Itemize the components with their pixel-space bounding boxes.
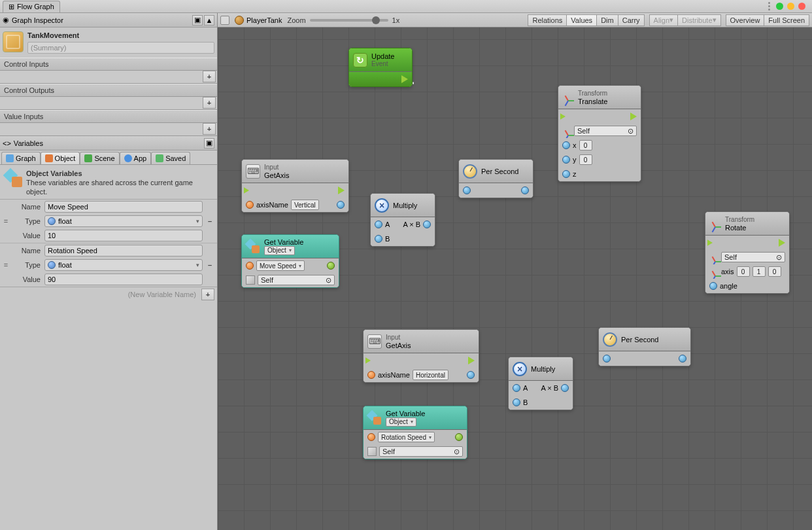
add-control-output-button[interactable]: + bbox=[203, 97, 216, 109]
values-toggle[interactable]: Values bbox=[566, 14, 597, 26]
axis-x-field[interactable]: 0 bbox=[737, 266, 750, 277]
node-rotate[interactable]: TransformRotate Self⊙ axis 0 bbox=[705, 211, 790, 294]
distribute-dropdown[interactable]: Distribute ▾ bbox=[677, 14, 720, 26]
value-in-port[interactable] bbox=[363, 372, 364, 376]
flow-out-port[interactable] bbox=[468, 357, 475, 364]
node-translate[interactable]: TransformTranslate Self⊙ x 0 bbox=[558, 85, 641, 182]
graph-canvas[interactable]: PlayerTank Zoom 1x Relations Values Dim … bbox=[218, 13, 812, 530]
result-port[interactable] bbox=[561, 384, 569, 392]
target-object[interactable]: PlayerTank bbox=[235, 16, 282, 25]
value-in-port[interactable] bbox=[241, 263, 242, 267]
var-type-dropdown[interactable]: float bbox=[44, 259, 203, 271]
target-field[interactable]: Self⊙ bbox=[574, 126, 637, 136]
value-out-port[interactable] bbox=[467, 371, 475, 379]
value-in-port[interactable] bbox=[363, 434, 364, 438]
var-value-input[interactable]: 10 bbox=[44, 230, 203, 241]
summary-input[interactable]: (Summary) bbox=[27, 42, 214, 54]
scope-dropdown[interactable]: Object bbox=[264, 246, 295, 255]
value-out-port[interactable] bbox=[337, 201, 345, 209]
y-field[interactable]: 0 bbox=[579, 154, 592, 165]
node-getvariable-movespeed[interactable]: Get Variable Object Move Speed Self⊙ bbox=[241, 234, 339, 288]
dim-toggle[interactable]: Dim bbox=[596, 14, 618, 26]
flow-out-port[interactable] bbox=[779, 239, 785, 247]
node-multiply-1[interactable]: × Multiply A A × B B bbox=[370, 193, 435, 247]
b-port[interactable] bbox=[513, 398, 520, 406]
node-persecond-1[interactable]: Per Second bbox=[458, 159, 533, 198]
axis-y-field[interactable]: 1 bbox=[753, 266, 766, 277]
section-control-outputs[interactable]: Control Outputs bbox=[0, 84, 217, 97]
value-out-port[interactable] bbox=[455, 433, 463, 441]
value-out-port[interactable] bbox=[327, 262, 335, 270]
axis-in-port[interactable] bbox=[705, 269, 705, 273]
node-getaxis-vertical[interactable]: InputGetAxis axisName Vertical bbox=[241, 159, 349, 213]
value-in-port[interactable] bbox=[603, 355, 611, 362]
target-field[interactable]: Self⊙ bbox=[258, 275, 335, 285]
add-variable-button[interactable]: + bbox=[201, 289, 214, 300]
kebab-menu-icon[interactable] bbox=[766, 2, 772, 10]
tab-app-vars[interactable]: App bbox=[120, 152, 152, 164]
angle-in-port[interactable] bbox=[705, 283, 705, 287]
variable-name-dropdown[interactable]: Move Speed bbox=[256, 260, 305, 271]
tab-object-vars[interactable]: Object bbox=[41, 152, 80, 164]
target-in-port[interactable] bbox=[705, 255, 705, 258]
lock-button[interactable]: ▲ bbox=[204, 15, 214, 26]
minimize-dot[interactable] bbox=[776, 3, 783, 10]
target-in-port[interactable] bbox=[363, 449, 364, 453]
x-in-port[interactable] bbox=[558, 143, 558, 147]
tab-graph-vars[interactable]: Graph bbox=[1, 152, 41, 164]
node-update[interactable]: UpdateEvent bbox=[348, 48, 413, 87]
flow-out-port[interactable] bbox=[401, 75, 408, 83]
node-multiply-2[interactable]: × Multiply A A × B B bbox=[508, 357, 573, 410]
x-field[interactable]: 0 bbox=[579, 140, 592, 150]
lock-toggle[interactable] bbox=[220, 16, 229, 25]
flow-out-port[interactable] bbox=[630, 113, 637, 120]
close-dot[interactable] bbox=[798, 3, 805, 10]
target-in-port[interactable] bbox=[558, 128, 558, 132]
maximize-dot[interactable] bbox=[787, 3, 794, 10]
overview-button[interactable]: Overview bbox=[726, 14, 765, 26]
section-control-inputs[interactable]: Control Inputs bbox=[0, 58, 217, 71]
new-variable-placeholder[interactable]: (New Variable Name) bbox=[3, 291, 199, 298]
target-field[interactable]: Self⊙ bbox=[721, 252, 785, 262]
value-in-port[interactable] bbox=[241, 202, 242, 206]
variable-name-dropdown[interactable]: Rotation Speed bbox=[378, 432, 435, 442]
axis-z-field[interactable]: 0 bbox=[768, 266, 781, 277]
tab-flow-graph[interactable]: ⊞ Flow Graph bbox=[3, 1, 60, 12]
variables-popout-button[interactable]: ▣ bbox=[204, 138, 214, 149]
y-in-port[interactable] bbox=[558, 157, 558, 161]
zoom-thumb[interactable] bbox=[372, 16, 380, 24]
node-getaxis-horizontal[interactable]: InputGetAxis axisName Horizontal bbox=[363, 329, 479, 383]
section-value-inputs[interactable]: Value Inputs bbox=[0, 110, 217, 123]
value-in-port[interactable] bbox=[463, 186, 471, 194]
node-persecond-2[interactable]: Per Second bbox=[598, 327, 691, 366]
z-in-port[interactable] bbox=[558, 171, 558, 175]
popout-button[interactable]: ▣ bbox=[192, 15, 203, 26]
var-value-input[interactable]: 90 bbox=[44, 274, 203, 285]
carry-toggle[interactable]: Carry bbox=[618, 14, 645, 26]
add-value-input-button[interactable]: + bbox=[203, 123, 216, 135]
value-out-port[interactable] bbox=[521, 186, 529, 194]
fullscreen-button[interactable]: Full Screen bbox=[764, 14, 809, 26]
a-port[interactable] bbox=[375, 221, 382, 228]
value-out-port[interactable] bbox=[679, 355, 686, 362]
axis-name-field[interactable]: Horizontal bbox=[413, 370, 448, 380]
var-name-input[interactable]: Rotation Speed bbox=[44, 245, 203, 256]
add-control-input-button[interactable]: + bbox=[203, 71, 216, 82]
node-getvariable-rotationspeed[interactable]: Get Variable Object Rotation Speed Self⊙ bbox=[363, 406, 467, 459]
var-type-dropdown[interactable]: float bbox=[44, 215, 203, 227]
zoom-slider[interactable] bbox=[310, 19, 388, 22]
target-in-port[interactable] bbox=[241, 277, 242, 281]
axis-name-field[interactable]: Vertical bbox=[291, 200, 319, 210]
target-field[interactable]: Self⊙ bbox=[379, 446, 463, 457]
flow-out-port[interactable] bbox=[338, 186, 345, 194]
scope-dropdown[interactable]: Object bbox=[386, 417, 416, 427]
b-port[interactable] bbox=[375, 235, 382, 243]
var-name-input[interactable]: Move Speed bbox=[44, 201, 203, 213]
tab-saved-vars[interactable]: Saved bbox=[151, 152, 190, 164]
result-port[interactable] bbox=[423, 221, 431, 228]
remove-variable-button[interactable]: – bbox=[205, 217, 214, 225]
tab-scene-vars[interactable]: Scene bbox=[80, 152, 119, 164]
relations-toggle[interactable]: Relations bbox=[528, 14, 567, 26]
a-port[interactable] bbox=[513, 384, 520, 392]
align-dropdown[interactable]: Align ▾ bbox=[649, 14, 678, 26]
